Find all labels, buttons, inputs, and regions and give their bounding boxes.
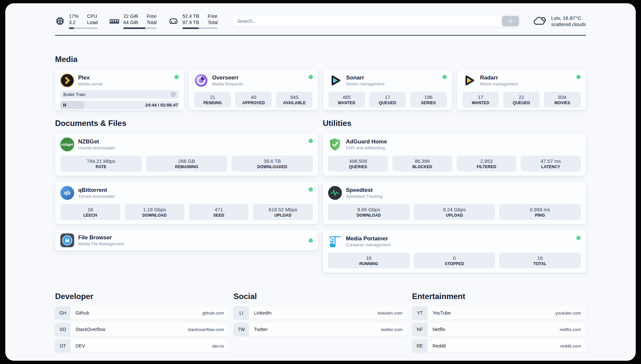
app-card-radarr[interactable]: Radarr Movie management 17 WANTED 22 QUE…	[457, 69, 586, 110]
link-reddit[interactable]: RE Reddit reddit.com	[412, 339, 586, 352]
stat-wanted: 485 WANTED	[328, 92, 365, 107]
app-card-portainer[interactable]: Media Portainer Container management 16 …	[323, 230, 586, 273]
link-netflix[interactable]: NF Netflix netflix.com	[412, 323, 586, 336]
playback-time: 24:44 / 02:06:47	[145, 103, 179, 107]
entertainment-links: Entertainment YT YouTube youtube.com NF …	[412, 292, 586, 352]
pause-icon	[63, 104, 66, 106]
status-online-dot	[309, 139, 313, 143]
cpu-chip-icon	[55, 16, 65, 26]
storage-progress-bar	[182, 27, 218, 29]
stat-downloaded: 39.6 TB DOWNLOADED	[231, 156, 313, 171]
section-title-media: Media	[55, 55, 586, 64]
speedtest-icon	[328, 186, 342, 200]
app-subtitle: Movie management	[480, 81, 518, 87]
status-online-dot	[309, 187, 313, 192]
adguard-icon	[328, 137, 342, 151]
app-card-adguard[interactable]: AdGuard Home DNS and adblocking 498,508 …	[323, 133, 586, 176]
stat-available: 945 AVAILABLE	[276, 92, 313, 107]
app-subtitle: Usenet downloader	[78, 145, 115, 151]
cpu-progress-fill	[69, 27, 74, 29]
app-title: Speedtest	[346, 187, 382, 194]
app-subtitle: DNS and adblocking	[346, 145, 387, 151]
link-abbr-badge: LI	[233, 306, 249, 319]
link-abbr-badge: GH	[55, 306, 71, 319]
stat-blocked: 86,396 BLOCKED	[392, 156, 452, 171]
cpu-load-value: 3.2	[69, 19, 78, 26]
plex-icon	[60, 74, 74, 87]
app-card-sonarr[interactable]: Sonarr Series management 485 WANTED 17 Q…	[323, 69, 452, 110]
link-abbr-badge: YT	[412, 306, 428, 319]
link-linkedin[interactable]: LI LinkedIn linkedin.com	[233, 306, 407, 319]
sonarr-icon	[328, 74, 342, 87]
stat-queued: 17 QUEUED	[369, 92, 406, 107]
section-title-developer: Developer	[55, 292, 229, 301]
cpu-load-label: Load	[87, 19, 98, 26]
app-card-nzbget[interactable]: nzbget NZBGet Usenet downloader 744.21 M…	[55, 133, 318, 176]
stat-stopped: 0 STOPPED	[414, 253, 495, 268]
media-grid: Plex Media server Bullet Train	[55, 69, 586, 110]
search-input[interactable]	[232, 15, 520, 27]
app-title: NZBGet	[78, 138, 115, 145]
link-abbr-badge: SO	[55, 323, 71, 336]
section-title-documents: Documents & Files	[55, 119, 318, 128]
link-youtube[interactable]: YT YouTube youtube.com	[412, 306, 586, 319]
nzbget-icon: nzbget	[60, 137, 74, 151]
header-divider	[55, 35, 586, 36]
storage-free-label: Free	[208, 13, 218, 19]
link-abbr-badge: TW	[233, 323, 249, 336]
stat-series: 196 SERIES	[410, 92, 447, 107]
playback-progress-bar: 24:44 / 02:06:47	[60, 101, 179, 109]
stat-pending: 21 PENDING	[194, 92, 231, 107]
radarr-icon	[462, 74, 476, 87]
filebrowser-icon	[60, 233, 74, 247]
app-card-qbittorrent[interactable]: qb qBittorrent Torrent downloader 16 LEE…	[55, 182, 318, 224]
storage-free-value: 52.4 TB	[182, 13, 199, 19]
stat-download: 9.65 Gbps DOWNLOAD	[328, 204, 410, 220]
app-title: AdGuard Home	[346, 138, 387, 145]
now-playing-row: Bullet Train	[60, 90, 179, 99]
weather-condition: scattered clouds	[551, 21, 586, 28]
memory-free-value: 22 GiB	[123, 13, 138, 19]
app-card-plex[interactable]: Plex Media server Bullet Train	[55, 69, 184, 110]
dashboard-page: 17% 3.2 CPU Load	[5, 3, 636, 361]
app-card-overseerr[interactable]: Overseerr Media Requests 21 PENDING 40 A…	[189, 69, 318, 110]
app-subtitle: Container management	[346, 242, 391, 248]
link-abbr-badge: DT	[55, 339, 71, 352]
memory-free-label: Free	[147, 13, 157, 19]
status-online-dot	[576, 236, 581, 240]
app-title: Media Portainer	[346, 235, 391, 242]
documents-column: Documents & Files nzbget NZBGet Usenet d…	[55, 119, 318, 273]
stat-movies: 834 MOVIES	[544, 92, 581, 107]
stat-download: 1.19 Gbps DOWNLOAD	[125, 204, 185, 220]
link-twitter[interactable]: TW Twitter twitter.com	[233, 323, 407, 336]
search-engine-button[interactable]: G	[502, 16, 519, 26]
stat-leech: 16 LEECH	[60, 204, 120, 220]
link-stackoverflow[interactable]: SO StackOverflow stackoverflow.com	[55, 323, 229, 336]
app-subtitle: Series management	[346, 81, 384, 87]
search-bar: G	[232, 15, 520, 27]
app-title: Overseerr	[212, 74, 243, 81]
app-card-speedtest[interactable]: Speedtest Speedtest Tracking 9.65 Gbps D…	[323, 182, 586, 224]
status-online-dot	[309, 238, 313, 243]
overseerr-icon	[194, 74, 208, 87]
app-subtitle: Media server	[78, 81, 103, 87]
memory-progress-bar	[123, 27, 157, 29]
utilities-column: Utilities AdGuard Home	[323, 119, 586, 273]
app-card-filebrowser[interactable]: File Browser Media File Management	[55, 230, 318, 251]
link-dev[interactable]: DT DEV dev.to	[55, 339, 229, 352]
app-subtitle: Media File Management	[78, 241, 124, 247]
app-title: qBittorrent	[78, 187, 115, 194]
playback-progress-fill	[60, 101, 84, 109]
link-github[interactable]: GH Github github.com	[55, 306, 229, 319]
developer-links: Developer GH Github github.com SO StackO…	[55, 292, 229, 352]
app-subtitle: Torrent downloader	[78, 194, 115, 199]
top-bar: 17% 3.2 CPU Load	[55, 3, 586, 29]
memory-total-label: Total	[147, 19, 157, 26]
stat-queued: 22 QUEUED	[503, 92, 540, 107]
now-playing-title: Bullet Train	[63, 92, 86, 97]
storage-metric: 52.4 TB 97.9 TB Free Total	[168, 13, 218, 29]
portainer-icon	[328, 234, 342, 248]
stat-approved: 40 APPROVED	[235, 92, 272, 107]
section-title-social: Social	[233, 292, 407, 301]
stat-upload: 9.24 Gbps UPLOAD	[414, 204, 495, 220]
